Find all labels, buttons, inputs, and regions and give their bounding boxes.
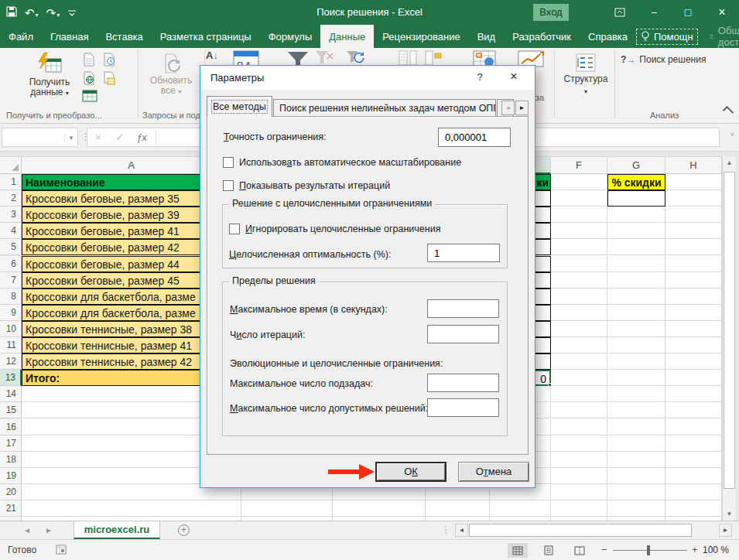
row-header-17[interactable]: 17	[0, 435, 22, 452]
tab-scroll-right-icon[interactable]: ►	[515, 101, 529, 115]
cell-F18[interactable]	[551, 452, 607, 468]
cell-G2[interactable]	[607, 190, 665, 207]
cancel-entry-icon[interactable]: ×	[87, 131, 109, 143]
row-header-15[interactable]: 15	[0, 402, 22, 418]
row-header-21[interactable]: 21	[0, 500, 22, 517]
ribbon-display-options-icon[interactable]	[603, 0, 637, 25]
zoom-slider-thumb[interactable]	[647, 545, 650, 555]
row-header-11[interactable]: 11	[0, 337, 22, 353]
cell-G11[interactable]	[607, 337, 665, 353]
sign-in-button[interactable]: Вход	[533, 4, 569, 21]
zoom-in-icon[interactable]: +	[692, 544, 698, 555]
row-header-7[interactable]: 7	[0, 272, 22, 289]
cell-F21[interactable]	[551, 500, 607, 517]
ribbon-tab-insert[interactable]: Вставка	[97, 25, 151, 48]
tab-all-methods[interactable]: Все методы	[207, 96, 272, 117]
page-break-view-button[interactable]	[570, 543, 590, 558]
cell-F8[interactable]	[551, 289, 607, 305]
column-header-F[interactable]: F	[551, 156, 607, 174]
zoom-slider-track[interactable]	[613, 550, 687, 551]
name-box[interactable]: ▾	[2, 128, 78, 147]
cell-F15[interactable]	[551, 402, 607, 418]
ribbon-tab-help[interactable]: Справка	[580, 25, 636, 48]
page-layout-view-button[interactable]	[539, 543, 559, 558]
minimize-button[interactable]: −	[637, 0, 671, 25]
row-header-3[interactable]: 3	[0, 207, 22, 223]
ribbon-tab-formulas[interactable]: Формулы	[260, 25, 321, 48]
cell-G9[interactable]	[607, 305, 665, 321]
ribbon-tab-developer[interactable]: Разработчик	[504, 25, 580, 48]
refresh-all-button[interactable]: Обновить все ▾	[144, 51, 198, 97]
horizontal-scroll-thumb[interactable]	[469, 524, 692, 537]
confirm-entry-icon[interactable]: ✓	[109, 131, 131, 143]
cell-F9[interactable]	[551, 305, 607, 321]
max-time-input[interactable]	[427, 299, 499, 318]
tab-scroll-left-icon[interactable]: ◄	[501, 101, 515, 115]
solver-button[interactable]: ?→ Поиск решения	[621, 54, 706, 65]
ignore-integer-checkbox[interactable]	[229, 224, 240, 234]
expand-formula-bar-icon[interactable]: ˅	[730, 131, 734, 138]
maximize-button[interactable]: □	[671, 0, 705, 25]
structure-button[interactable]: Структура ▾	[559, 51, 613, 97]
cell-F19[interactable]	[551, 468, 607, 484]
cell-F12[interactable]	[551, 353, 607, 370]
next-sheet-icon[interactable]: ►	[45, 521, 53, 539]
cell-H1[interactable]	[665, 174, 722, 190]
cell-H9[interactable]	[665, 305, 722, 321]
cell-G1[interactable]: % скидки	[607, 174, 665, 190]
cell-H13[interactable]	[665, 370, 722, 386]
get-data-button[interactable]: Получить данные ▾	[19, 51, 80, 98]
sort-ascending-icon[interactable]: А↓	[206, 50, 218, 61]
cell-G17[interactable]	[607, 435, 665, 452]
ribbon-tab-file[interactable]: Файл	[0, 25, 42, 48]
row-header-9[interactable]: 9	[0, 305, 22, 321]
cell-F17[interactable]	[551, 435, 607, 452]
ribbon-tab-page-layout[interactable]: Разметка страницы	[152, 25, 260, 48]
row-header-12[interactable]: 12	[0, 353, 22, 370]
cell-H20[interactable]	[665, 484, 722, 500]
max-solutions-input[interactable]	[427, 398, 499, 417]
column-header-H[interactable]: H	[665, 156, 722, 174]
from-table-range-icon[interactable]	[82, 90, 98, 104]
cell-H4[interactable]	[665, 223, 722, 239]
cell-H7[interactable]	[665, 272, 722, 289]
insert-function-icon[interactable]: ƒx	[131, 131, 152, 143]
cell-G13[interactable]	[607, 370, 665, 386]
from-text-csv-icon[interactable]	[82, 53, 98, 67]
cell-C21[interactable]	[333, 500, 426, 517]
precision-input[interactable]	[438, 128, 511, 147]
assistant-button[interactable]: Помощн	[636, 29, 698, 45]
vertical-scrollbar[interactable]: ▲ ▼	[722, 156, 736, 521]
tab-grg-nonlinear[interactable]: Поиск решения нелинейных задач методом О…	[273, 99, 496, 117]
cell-F2[interactable]	[551, 190, 607, 207]
cell-G15[interactable]	[607, 402, 665, 418]
row-header-20[interactable]: 20	[0, 484, 22, 500]
cell-H16[interactable]	[665, 419, 722, 435]
cell-F4[interactable]	[551, 223, 607, 239]
cell-G3[interactable]	[607, 207, 665, 223]
recent-sources-icon[interactable]	[102, 53, 118, 67]
column-header-G[interactable]: G	[607, 156, 665, 174]
cell-G5[interactable]	[607, 239, 665, 255]
cell-H14[interactable]	[665, 386, 722, 402]
name-box-input[interactable]	[2, 128, 64, 146]
row-header-1[interactable]: 1	[0, 174, 22, 190]
macro-record-icon[interactable]	[56, 545, 67, 557]
cell-H5[interactable]	[665, 239, 722, 255]
cell-H2[interactable]	[665, 190, 722, 207]
cell-H10[interactable]	[665, 321, 722, 337]
normal-view-button[interactable]	[508, 543, 528, 558]
cell-H21[interactable]	[665, 500, 722, 517]
close-button[interactable]: ×	[705, 0, 739, 25]
previous-sheet-icon[interactable]: ◄	[23, 521, 31, 539]
cell-G12[interactable]	[607, 353, 665, 370]
row-header-5[interactable]: 5	[0, 239, 22, 255]
dialog-close-button[interactable]: ×	[504, 70, 524, 84]
name-box-dropdown-icon[interactable]: ▾	[64, 134, 77, 142]
share-button[interactable]: Общий доступ	[709, 25, 739, 48]
scroll-up-icon[interactable]: ▲	[723, 156, 736, 169]
from-web-icon[interactable]	[82, 71, 98, 85]
cell-F6[interactable]	[551, 256, 607, 272]
row-header-6[interactable]: 6	[0, 256, 22, 272]
row-header-14[interactable]: 14	[0, 386, 22, 402]
